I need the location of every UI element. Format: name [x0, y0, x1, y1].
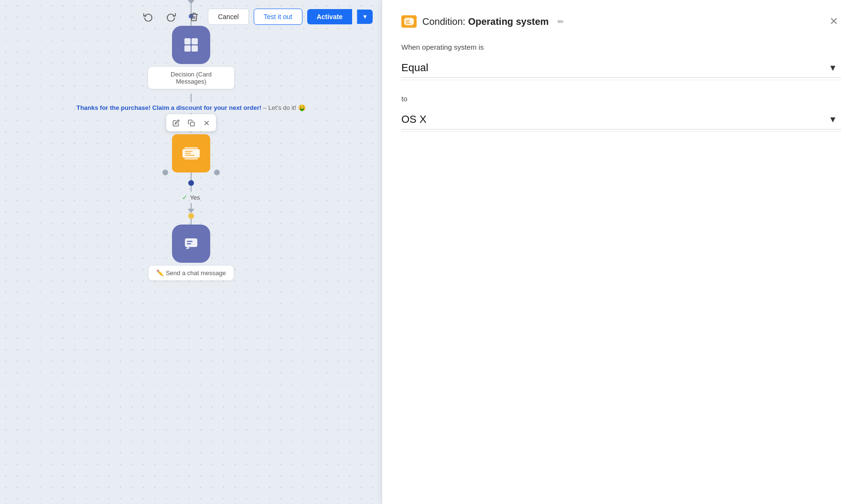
svg-rect-12: [185, 155, 194, 156]
redo-button[interactable]: [162, 8, 180, 26]
svg-rect-9: [184, 158, 198, 160]
copy-node-button[interactable]: [184, 116, 198, 129]
svg-rect-15: [187, 243, 191, 245]
right-side-connector: [214, 170, 220, 175]
chat-node-wrapper: ✏️ Send a chat message: [149, 225, 233, 280]
panel-title: Condition: Operating system: [422, 16, 549, 27]
decision-node-wrapper: Decision (Card Messages): [148, 26, 234, 89]
svg-rect-17: [405, 18, 413, 19]
node-actions: [166, 114, 216, 131]
panel-icon: [401, 15, 417, 28]
svg-rect-4: [190, 122, 194, 126]
left-side-connector: [162, 170, 168, 175]
svg-rect-18: [405, 24, 413, 25]
edit-node-button[interactable]: [169, 116, 183, 129]
undo-button[interactable]: [139, 8, 157, 26]
dot-connector-yellow: [188, 213, 194, 219]
delete-node-button[interactable]: [200, 116, 213, 129]
preview-text: Thanks for the purchase! Claim a discoun…: [76, 104, 306, 111]
svg-rect-21: [406, 23, 411, 24]
operator-select[interactable]: Equal Not equal Contains Does not contai…: [401, 58, 841, 78]
delete-button[interactable]: [185, 8, 203, 26]
test-button[interactable]: Test it out: [254, 9, 302, 25]
value-select[interactable]: OS X Windows Android iOS Linux: [401, 109, 841, 129]
chat-node[interactable]: [172, 225, 210, 263]
svg-rect-20: [406, 21, 409, 22]
condition-node[interactable]: [172, 134, 210, 172]
activate-chevron-button[interactable]: ▼: [357, 10, 373, 24]
svg-rect-2: [184, 45, 191, 52]
panel-edit-title-button[interactable]: ✏: [555, 16, 567, 27]
toolbar: Cancel Test it out Activate ▼: [0, 0, 382, 33]
to-label: to: [401, 95, 841, 103]
svg-rect-19: [406, 20, 410, 21]
operator-section: When operating system is Equal Not equal…: [401, 43, 841, 80]
condition-node-container: [162, 134, 220, 172]
activate-button[interactable]: Activate: [307, 9, 352, 24]
operator-label: When operating system is: [401, 43, 841, 51]
value-section: to OS X Windows Android iOS Linux ▼: [401, 95, 841, 132]
svg-rect-14: [187, 241, 193, 242]
svg-rect-0: [184, 38, 191, 44]
svg-rect-8: [184, 147, 198, 149]
canvas-area: Cancel Test it out Activate ▼: [0, 0, 382, 504]
yes-branch: ✓ Yes: [182, 172, 200, 225]
right-panel: Condition: Operating system ✏ ✕ When ope…: [382, 0, 860, 504]
yes-label: ✓ Yes: [182, 193, 200, 201]
value-divider: [401, 131, 841, 132]
chat-node-label: ✏️ Send a chat message: [149, 266, 233, 280]
svg-rect-3: [192, 45, 198, 52]
arrow-to-chat: [188, 209, 194, 213]
svg-rect-1: [192, 38, 198, 44]
panel-close-button[interactable]: ✕: [827, 14, 841, 29]
svg-rect-13: [185, 238, 197, 247]
operator-divider: [401, 80, 841, 80]
panel-title-group: Condition: Operating system ✏: [401, 15, 567, 28]
flow-container: Decision (Card Messages) Thanks for the …: [0, 0, 382, 504]
dot-connector-below-condition: [188, 180, 194, 186]
svg-rect-11: [185, 153, 191, 154]
cancel-button[interactable]: Cancel: [208, 9, 249, 25]
panel-header: Condition: Operating system ✏ ✕: [401, 14, 841, 29]
svg-rect-10: [185, 151, 193, 152]
decision-node-label: Decision (Card Messages): [148, 67, 234, 89]
